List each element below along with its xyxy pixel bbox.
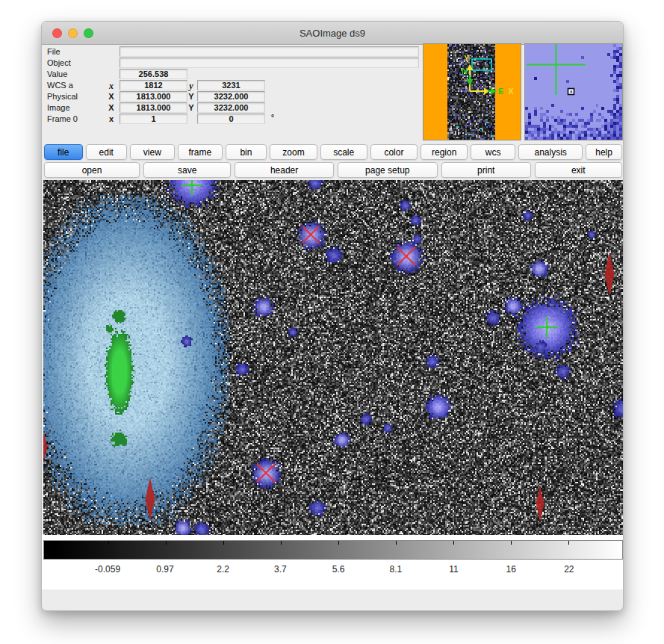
region-x-marker[interactable] [302, 226, 319, 243]
image-x-sublabel: X [106, 103, 117, 112]
magnifier-panel[interactable] [524, 43, 623, 140]
magnifier-overlay [525, 44, 622, 140]
region-cross-marker[interactable] [182, 180, 202, 195]
minimize-button[interactable] [68, 28, 78, 38]
frame-zoom-field[interactable]: 1 [120, 114, 187, 124]
object-field[interactable] [120, 58, 419, 68]
zoom-button[interactable] [84, 28, 93, 38]
physical-x-field[interactable]: 1813.000 [120, 91, 187, 102]
frame-label: Frame 0 [47, 114, 78, 123]
physical-y-sublabel: Y [186, 92, 196, 101]
colorbar[interactable] [43, 540, 623, 560]
panner-overlay: Y N E X [423, 44, 521, 140]
titlebar[interactable]: SAOImage ds9 [42, 22, 623, 45]
region-diamond-marker[interactable] [146, 477, 155, 521]
menu-open[interactable]: open [44, 162, 140, 178]
physical-y-field[interactable]: 3232.000 [197, 91, 265, 102]
file-field[interactable] [120, 46, 419, 57]
region-overlay [43, 180, 623, 535]
menu-bin[interactable]: bin [226, 144, 267, 160]
region-diamond-marker[interactable] [43, 433, 48, 460]
compass-y-label: Y [464, 54, 470, 63]
region-cross-marker[interactable] [536, 317, 557, 338]
colorbar-tick-label: 3.7 [274, 564, 287, 575]
ds9-window: SAOImage ds9 File Object Value 256.538 W… [41, 21, 624, 611]
menu-header[interactable]: header [235, 162, 333, 178]
wcs-y-field[interactable]: 3231 [197, 80, 265, 90]
frame-rotate-field[interactable]: 0 [197, 114, 265, 124]
menu-color[interactable]: color [370, 144, 418, 160]
image-x-field[interactable]: 1813.000 [120, 102, 187, 113]
menu-scale[interactable]: scale [320, 144, 367, 160]
info-row-file: File [42, 46, 460, 58]
colorbar-canvas[interactable] [44, 541, 622, 559]
menu-save[interactable]: save [143, 162, 231, 178]
info-row-wcs: WCS a x 1812 y 3231 [42, 80, 460, 91]
physical-x-sublabel: X [106, 92, 117, 101]
value-label: Value [47, 69, 67, 78]
info-row-value: Value 256.538 [42, 69, 460, 80]
wcs-x-sublabel: x [106, 81, 117, 92]
colorbar-tick-label: 8.1 [389, 564, 402, 575]
wcs-x-field[interactable]: 1812 [120, 80, 187, 90]
info-row-object: Object [42, 58, 460, 69]
colorbar-tick-label: 22 [564, 564, 574, 575]
region-x-marker[interactable] [397, 247, 415, 265]
wcs-y-sublabel: y [186, 81, 196, 92]
physical-label: Physical [47, 92, 78, 101]
colorbar-tick-label: 5.6 [332, 564, 345, 575]
compass-n-label: N [462, 66, 468, 75]
panner-panel[interactable]: Y N E X [423, 43, 521, 140]
compass-e-label: E [498, 87, 503, 96]
image-label: Image [47, 103, 70, 112]
traffic-lights [52, 22, 93, 44]
info-row-frame: Frame 0 x 1 0 ° [42, 114, 460, 125]
magnifier-crosshair-icon [527, 44, 586, 95]
menu-exit[interactable]: exit [535, 162, 622, 178]
menu-row-1: fileeditviewframebinzoomscalecolorregion… [44, 144, 622, 160]
menu-print[interactable]: print [441, 162, 531, 178]
close-button[interactable] [52, 28, 62, 38]
degree-suffix: ° [267, 114, 278, 122]
colorbar-tick-label: -0.059 [95, 564, 120, 575]
menu-edit[interactable]: edit [86, 144, 127, 160]
window-title: SAOImage ds9 [300, 28, 365, 39]
menu-file[interactable]: file [44, 144, 83, 160]
wcs-label: WCS a [47, 81, 73, 90]
frame-zoom-sublabel: x [106, 114, 117, 123]
colorbar-tick-label: 0.97 [156, 564, 173, 575]
menu-analysis[interactable]: analysis [518, 144, 583, 160]
info-row-image: Image X 1813.000 Y 3232.000 [42, 102, 460, 114]
object-label: Object [47, 58, 71, 67]
menu-frame[interactable]: frame [178, 144, 223, 160]
colorbar-tick-label: 2.2 [217, 564, 229, 575]
image-display[interactable] [43, 180, 623, 535]
region-diamond-marker[interactable] [605, 253, 615, 296]
region-diamond-marker[interactable] [536, 486, 544, 521]
colorbar-tick-label: 11 [449, 564, 458, 575]
menu-region[interactable]: region [421, 144, 468, 160]
panner-viewport-rect[interactable] [472, 59, 491, 70]
magnifier-cursor-pixel [568, 89, 574, 95]
menu-wcs[interactable]: wcs [471, 144, 515, 160]
menu-page-setup[interactable]: page setup [338, 162, 438, 178]
value-field[interactable]: 256.538 [120, 69, 187, 79]
menu-view[interactable]: view [130, 144, 175, 160]
image-y-field[interactable]: 3232.000 [197, 102, 265, 113]
menu-help[interactable]: help [586, 144, 622, 160]
file-label: File [47, 47, 60, 56]
menu-row-2: opensaveheaderpage setupprintexit [44, 162, 622, 178]
image-y-sublabel: Y [186, 103, 196, 112]
colorbar-tick-label: 16 [506, 564, 516, 575]
info-row-physical: Physical X 1813.000 Y 3232.000 [42, 91, 460, 102]
menu-zoom[interactable]: zoom [270, 144, 317, 160]
compass-x-label: X [508, 87, 514, 96]
region-x-marker[interactable] [257, 464, 275, 482]
